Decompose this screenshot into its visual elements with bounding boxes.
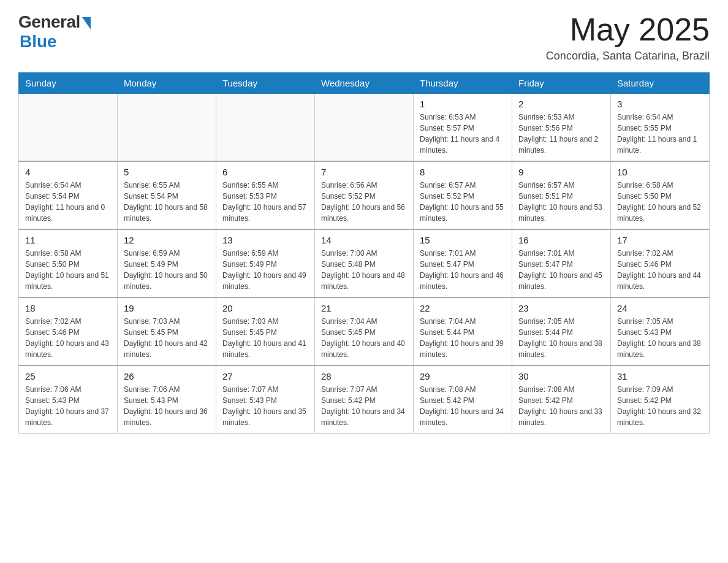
calendar-cell: 23Sunrise: 7:05 AMSunset: 5:44 PMDayligh… bbox=[512, 297, 611, 366]
calendar-cell: 29Sunrise: 7:08 AMSunset: 5:42 PMDayligh… bbox=[414, 366, 512, 434]
calendar-cell: 3Sunrise: 6:54 AMSunset: 5:55 PMDaylight… bbox=[611, 94, 710, 162]
day-number: 6 bbox=[222, 167, 308, 177]
calendar-cell: 5Sunrise: 6:55 AMSunset: 5:54 PMDaylight… bbox=[118, 161, 216, 229]
day-info: Sunrise: 6:57 AMSunset: 5:51 PMDaylight:… bbox=[518, 180, 604, 224]
day-number: 25 bbox=[25, 371, 111, 381]
day-number: 18 bbox=[25, 303, 111, 313]
day-info: Sunrise: 6:53 AMSunset: 5:56 PMDaylight:… bbox=[518, 112, 604, 156]
day-info: Sunrise: 7:09 AMSunset: 5:42 PMDaylight:… bbox=[617, 384, 703, 428]
calendar-cell: 17Sunrise: 7:02 AMSunset: 5:46 PMDayligh… bbox=[611, 229, 710, 297]
calendar-cell: 10Sunrise: 6:58 AMSunset: 5:50 PMDayligh… bbox=[611, 161, 710, 229]
month-title: May 2025 bbox=[546, 12, 710, 47]
day-info: Sunrise: 7:06 AMSunset: 5:43 PMDaylight:… bbox=[124, 384, 210, 428]
day-number: 30 bbox=[518, 371, 604, 381]
page-header: General Blue May 2025 Concordia, Santa C… bbox=[18, 12, 710, 63]
day-info: Sunrise: 6:55 AMSunset: 5:54 PMDaylight:… bbox=[124, 180, 210, 224]
day-info: Sunrise: 7:05 AMSunset: 5:43 PMDaylight:… bbox=[617, 316, 703, 360]
calendar-cell bbox=[315, 94, 414, 162]
calendar-cell bbox=[19, 94, 118, 162]
calendar-cell: 15Sunrise: 7:01 AMSunset: 5:47 PMDayligh… bbox=[414, 229, 512, 297]
title-section: May 2025 Concordia, Santa Catarina, Braz… bbox=[546, 12, 710, 63]
day-number: 28 bbox=[321, 371, 407, 381]
day-number: 14 bbox=[321, 235, 407, 245]
logo-triangle-icon bbox=[82, 17, 91, 29]
calendar-cell: 25Sunrise: 7:06 AMSunset: 5:43 PMDayligh… bbox=[19, 366, 118, 434]
day-number: 19 bbox=[124, 303, 210, 313]
calendar-header-friday: Friday bbox=[512, 73, 611, 94]
calendar-header-wednesday: Wednesday bbox=[315, 73, 414, 94]
day-number: 13 bbox=[222, 235, 308, 245]
day-info: Sunrise: 6:59 AMSunset: 5:49 PMDaylight:… bbox=[222, 248, 308, 292]
calendar-cell: 9Sunrise: 6:57 AMSunset: 5:51 PMDaylight… bbox=[512, 161, 611, 229]
day-info: Sunrise: 7:07 AMSunset: 5:42 PMDaylight:… bbox=[321, 384, 407, 428]
day-info: Sunrise: 7:01 AMSunset: 5:47 PMDaylight:… bbox=[518, 248, 604, 292]
day-number: 29 bbox=[420, 371, 506, 381]
day-info: Sunrise: 6:56 AMSunset: 5:52 PMDaylight:… bbox=[321, 180, 407, 224]
calendar-cell: 19Sunrise: 7:03 AMSunset: 5:45 PMDayligh… bbox=[118, 297, 216, 366]
calendar-week-row: 1Sunrise: 6:53 AMSunset: 5:57 PMDaylight… bbox=[19, 94, 710, 162]
day-number: 17 bbox=[617, 235, 703, 245]
day-info: Sunrise: 7:08 AMSunset: 5:42 PMDaylight:… bbox=[518, 384, 604, 428]
calendar-cell: 2Sunrise: 6:53 AMSunset: 5:56 PMDaylight… bbox=[512, 94, 611, 162]
day-info: Sunrise: 6:59 AMSunset: 5:49 PMDaylight:… bbox=[124, 248, 210, 292]
day-info: Sunrise: 6:58 AMSunset: 5:50 PMDaylight:… bbox=[25, 248, 111, 292]
day-info: Sunrise: 7:06 AMSunset: 5:43 PMDaylight:… bbox=[25, 384, 111, 428]
calendar-cell: 27Sunrise: 7:07 AMSunset: 5:43 PMDayligh… bbox=[216, 366, 315, 434]
day-number: 9 bbox=[518, 167, 604, 177]
day-info: Sunrise: 7:00 AMSunset: 5:48 PMDaylight:… bbox=[321, 248, 407, 292]
calendar-cell: 30Sunrise: 7:08 AMSunset: 5:42 PMDayligh… bbox=[512, 366, 611, 434]
day-number: 11 bbox=[25, 235, 111, 245]
day-number: 23 bbox=[518, 303, 604, 313]
day-number: 27 bbox=[222, 371, 308, 381]
calendar-cell: 22Sunrise: 7:04 AMSunset: 5:44 PMDayligh… bbox=[414, 297, 512, 366]
day-info: Sunrise: 7:03 AMSunset: 5:45 PMDaylight:… bbox=[222, 316, 308, 360]
logo: General Blue bbox=[18, 12, 91, 52]
day-number: 22 bbox=[420, 303, 506, 313]
day-number: 21 bbox=[321, 303, 407, 313]
day-info: Sunrise: 7:03 AMSunset: 5:45 PMDaylight:… bbox=[124, 316, 210, 360]
calendar-cell: 20Sunrise: 7:03 AMSunset: 5:45 PMDayligh… bbox=[216, 297, 315, 366]
calendar-cell: 14Sunrise: 7:00 AMSunset: 5:48 PMDayligh… bbox=[315, 229, 414, 297]
calendar-cell: 8Sunrise: 6:57 AMSunset: 5:52 PMDaylight… bbox=[414, 161, 512, 229]
day-info: Sunrise: 7:04 AMSunset: 5:45 PMDaylight:… bbox=[321, 316, 407, 360]
day-info: Sunrise: 6:58 AMSunset: 5:50 PMDaylight:… bbox=[617, 180, 703, 224]
day-info: Sunrise: 7:08 AMSunset: 5:42 PMDaylight:… bbox=[420, 384, 506, 428]
day-number: 20 bbox=[222, 303, 308, 313]
logo-general-text: General bbox=[18, 12, 80, 32]
day-number: 7 bbox=[321, 167, 407, 177]
day-number: 1 bbox=[420, 99, 506, 109]
calendar-cell: 18Sunrise: 7:02 AMSunset: 5:46 PMDayligh… bbox=[19, 297, 118, 366]
calendar-cell: 28Sunrise: 7:07 AMSunset: 5:42 PMDayligh… bbox=[315, 366, 414, 434]
calendar-cell: 21Sunrise: 7:04 AMSunset: 5:45 PMDayligh… bbox=[315, 297, 414, 366]
day-number: 5 bbox=[124, 167, 210, 177]
calendar-cell: 1Sunrise: 6:53 AMSunset: 5:57 PMDaylight… bbox=[414, 94, 512, 162]
calendar-header-thursday: Thursday bbox=[414, 73, 512, 94]
calendar-cell: 7Sunrise: 6:56 AMSunset: 5:52 PMDaylight… bbox=[315, 161, 414, 229]
day-number: 16 bbox=[518, 235, 604, 245]
day-info: Sunrise: 7:02 AMSunset: 5:46 PMDaylight:… bbox=[617, 248, 703, 292]
calendar-cell: 26Sunrise: 7:06 AMSunset: 5:43 PMDayligh… bbox=[118, 366, 216, 434]
calendar-cell bbox=[216, 94, 315, 162]
calendar-cell: 6Sunrise: 6:55 AMSunset: 5:53 PMDaylight… bbox=[216, 161, 315, 229]
day-number: 2 bbox=[518, 99, 604, 109]
calendar-table: SundayMondayTuesdayWednesdayThursdayFrid… bbox=[18, 72, 710, 434]
calendar-cell: 13Sunrise: 6:59 AMSunset: 5:49 PMDayligh… bbox=[216, 229, 315, 297]
location-text: Concordia, Santa Catarina, Brazil bbox=[546, 50, 710, 63]
calendar-header-row: SundayMondayTuesdayWednesdayThursdayFrid… bbox=[19, 73, 710, 94]
day-info: Sunrise: 6:57 AMSunset: 5:52 PMDaylight:… bbox=[420, 180, 506, 224]
day-number: 3 bbox=[617, 99, 703, 109]
logo-blue-text: Blue bbox=[20, 32, 57, 52]
day-number: 26 bbox=[124, 371, 210, 381]
calendar-cell bbox=[118, 94, 216, 162]
calendar-week-row: 25Sunrise: 7:06 AMSunset: 5:43 PMDayligh… bbox=[19, 366, 710, 434]
day-info: Sunrise: 7:02 AMSunset: 5:46 PMDaylight:… bbox=[25, 316, 111, 360]
day-info: Sunrise: 6:55 AMSunset: 5:53 PMDaylight:… bbox=[222, 180, 308, 224]
calendar-week-row: 4Sunrise: 6:54 AMSunset: 5:54 PMDaylight… bbox=[19, 161, 710, 229]
day-number: 10 bbox=[617, 167, 703, 177]
day-number: 24 bbox=[617, 303, 703, 313]
day-number: 12 bbox=[124, 235, 210, 245]
day-number: 4 bbox=[25, 167, 111, 177]
calendar-cell: 4Sunrise: 6:54 AMSunset: 5:54 PMDaylight… bbox=[19, 161, 118, 229]
day-number: 15 bbox=[420, 235, 506, 245]
calendar-cell: 11Sunrise: 6:58 AMSunset: 5:50 PMDayligh… bbox=[19, 229, 118, 297]
